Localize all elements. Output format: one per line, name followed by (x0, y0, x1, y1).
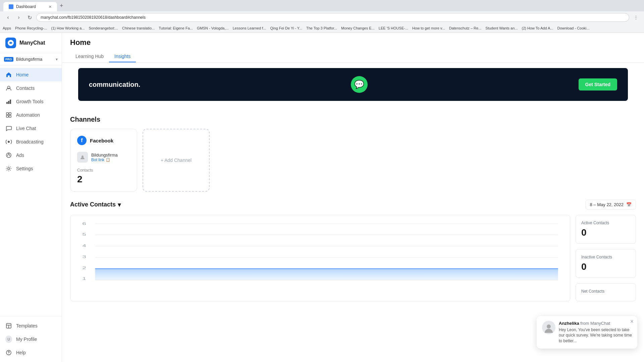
facebook-channel-card: f Facebook (70, 129, 137, 192)
banner-text: communication. (89, 81, 140, 88)
tab-favicon (9, 4, 13, 9)
sidebar: ManyChat PRO Bildungsfirma ▾ Home (0, 33, 62, 362)
address-text: manychat.com/fb198150208192061​8/dashboa… (41, 15, 146, 20)
sidebar-item-templates[interactable]: Templates (0, 319, 62, 333)
svg-text:1: 1 (82, 277, 86, 281)
bookmark-3[interactable]: Sonderangebot:... (89, 26, 118, 30)
active-contacts-stat: Active Contacts 0 (576, 215, 636, 244)
bookmark-2[interactable]: (1) How Working a... (51, 26, 85, 30)
live-chat-icon (5, 125, 12, 132)
active-browser-tab[interactable]: Dashboard ✕ (3, 2, 57, 11)
bookmark-4[interactable]: Chinese translatio... (122, 26, 155, 30)
tab-learning-hub[interactable]: Learning Hub (70, 51, 109, 62)
stat-label: Active Contacts (581, 221, 630, 225)
bookmark-12[interactable]: How to get more v... (412, 26, 445, 30)
sidebar-item-ads[interactable]: Ads (0, 148, 62, 162)
sidebar-item-label: Live Chat (16, 126, 36, 131)
tab-insights[interactable]: Insights (109, 51, 136, 62)
bookmark-6[interactable]: GMSN - Vologda,... (197, 26, 229, 30)
bot-link[interactable]: Bot link 📋 (91, 158, 118, 162)
main-content: Home Learning Hub Insights communication… (62, 33, 644, 362)
banner: communication. 💬 Get Started (78, 68, 628, 101)
chat-dismiss-button[interactable]: ✕ (630, 319, 634, 324)
bookmark-14[interactable]: Student Wants an... (485, 26, 518, 30)
bookmark-15[interactable]: (2) How To Add A... (522, 26, 553, 30)
stats-panel: Active Contacts 0 Inactive Contacts 0 Ne… (576, 215, 636, 301)
banner-cta-button[interactable]: Get Started (579, 78, 617, 90)
svg-point-9 (8, 141, 10, 143)
sidebar-item-label: Settings (16, 166, 33, 171)
channel-header: f Facebook (77, 136, 130, 145)
browser-toolbar: ‹ › ↻ manychat.com/fb198150208192061​8/d… (0, 11, 644, 23)
svg-rect-3 (8, 101, 9, 104)
ads-icon (5, 152, 12, 159)
chevron-down-icon: ▾ (118, 201, 121, 208)
tab-close-button[interactable]: ✕ (49, 5, 52, 9)
sidebar-item-label: Automation (16, 112, 40, 118)
logo-text: ManyChat (19, 40, 45, 46)
sidebar-item-label: Broadcasting (16, 139, 44, 144)
sidebar-item-contacts[interactable]: Contacts (0, 81, 62, 95)
sidebar-item-help[interactable]: Help (0, 346, 62, 359)
chat-avatar (542, 321, 555, 334)
svg-text:5: 5 (82, 233, 86, 236)
workspace-selector[interactable]: PRO Bildungsfirma ▾ (0, 53, 62, 65)
sidebar-item-live-chat[interactable]: Live Chat (0, 122, 62, 135)
bookmark-11[interactable]: LEE 'S HOUSE-... (379, 26, 408, 30)
add-channel-label: + Add Channel (161, 158, 192, 163)
contacts-count: 2 (77, 174, 130, 185)
bookmark-1[interactable]: Phone Recycling-... (15, 26, 47, 30)
svg-point-18 (82, 156, 84, 158)
bookmark-7[interactable]: Lessons Learned f... (233, 26, 266, 30)
add-channel-card[interactable]: + Add Channel (143, 129, 210, 192)
stat-label: Inactive Contacts (581, 255, 630, 259)
logo-icon (5, 38, 16, 48)
sidebar-item-settings[interactable]: Settings (0, 162, 62, 175)
bookmark-16[interactable]: Download - Cooki... (557, 26, 589, 30)
chart-container: 6 5 4 3 2 1 (70, 215, 570, 301)
workspace-name: Bildungsfirma (16, 57, 53, 62)
bookmark-9[interactable]: The Top 3 Platfor... (306, 26, 337, 30)
active-contacts-section: Active Contacts ▾ 8 – May 22, 2022 📅 6 (62, 200, 644, 309)
bot-name: Bildungsfirma (91, 153, 118, 158)
sidebar-item-home[interactable]: Home (0, 68, 62, 81)
svg-rect-8 (9, 115, 11, 117)
sidebar-item-automation[interactable]: Automation (0, 108, 62, 122)
bot-avatar (77, 152, 88, 163)
tabs: Learning Hub Insights (70, 51, 636, 62)
calendar-icon: 📅 (626, 202, 632, 207)
back-button[interactable]: ‹ (4, 13, 12, 21)
new-tab-button[interactable]: + (57, 2, 66, 9)
sidebar-item-broadcasting[interactable]: Broadcasting (0, 135, 62, 148)
date-picker[interactable]: 8 – May 22, 2022 📅 (586, 200, 636, 209)
sidebar-item-growth-tools[interactable]: Growth Tools (0, 95, 62, 108)
svg-point-16 (8, 354, 9, 355)
sidebar-item-label: Contacts (16, 85, 35, 91)
address-bar[interactable]: manychat.com/fb198150208192061​8/dashboa… (36, 13, 629, 22)
sidebar-item-my-profile[interactable]: U My Profile (0, 333, 62, 346)
whatsapp-icon: 💬 (351, 76, 368, 93)
bookmark-13[interactable]: Datenschutz – Re... (449, 26, 482, 30)
bookmark-5[interactable]: Tutorial: Eigene Fa... (159, 26, 193, 30)
chat-message: Hey Leon, You've been selected to take o… (559, 327, 632, 344)
active-contacts-title[interactable]: Active Contacts ▾ (70, 201, 121, 208)
reload-button[interactable]: ↻ (25, 13, 34, 21)
sidebar-item-label: My Profile (16, 337, 37, 342)
inactive-contacts-stat: Inactive Contacts 0 (576, 249, 636, 278)
chat-notification[interactable]: Anzhelika from ManyChat Hey Leon, You've… (537, 316, 637, 349)
banner-wrapper: communication. 💬 Get Started (62, 63, 644, 101)
browser-chrome: Dashboard ✕ + ‹ › ↻ manychat.com/fb19815… (0, 0, 644, 23)
app-container: ManyChat PRO Bildungsfirma ▾ Home (0, 33, 644, 362)
chat-sender: Anzhelika from ManyChat (559, 321, 632, 326)
forward-button[interactable]: › (15, 13, 23, 21)
bookmark-8[interactable]: Qing Fei De Yi - Y... (270, 26, 302, 30)
stat-value: 0 (581, 261, 630, 272)
net-contacts-stat: Net Contacts (576, 283, 636, 301)
svg-rect-5 (6, 113, 8, 115)
svg-rect-4 (10, 100, 11, 104)
bookmark-apps[interactable]: Apps (3, 26, 11, 30)
svg-text:3: 3 (82, 255, 86, 259)
svg-rect-2 (6, 102, 8, 104)
bookmark-10[interactable]: Money Changes E... (341, 26, 375, 30)
extensions-button[interactable]: ⋮ (632, 13, 640, 21)
